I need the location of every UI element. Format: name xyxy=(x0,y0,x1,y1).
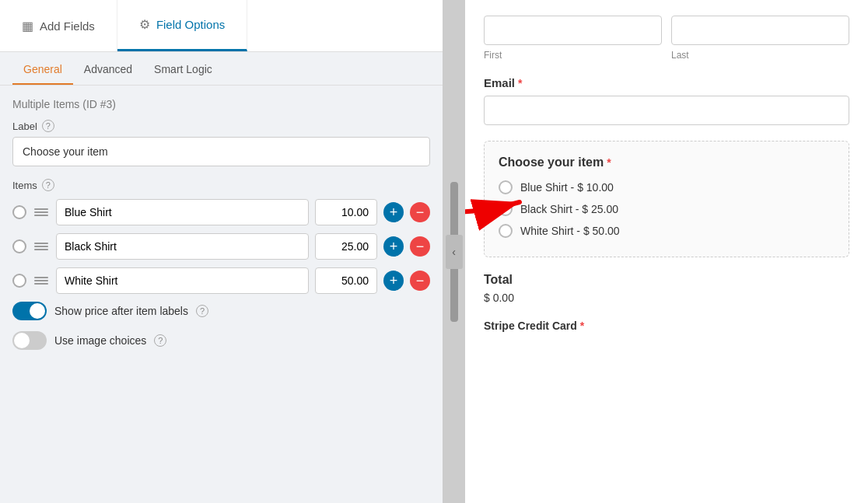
email-section: Email * xyxy=(484,76,849,125)
drag-handle-3[interactable] xyxy=(33,275,50,286)
toggle-price[interactable] xyxy=(12,302,47,320)
item-radio-1[interactable] xyxy=(12,205,26,219)
choose-item-section: Choose your item * Blue Shirt - $ 10.00 … xyxy=(484,141,849,257)
radio-btn-1[interactable] xyxy=(499,180,513,194)
tab-add-fields-label: Add Fields xyxy=(40,19,95,33)
item-name-input-3[interactable] xyxy=(56,267,309,294)
item-add-btn-3[interactable]: + xyxy=(383,271,404,291)
items-section-title: Items ? xyxy=(12,179,430,191)
first-label: First xyxy=(484,50,662,61)
email-required-star: * xyxy=(518,77,522,89)
item-radio-2[interactable] xyxy=(12,239,26,253)
right-panel: First Last Email * Choose your item * Bl… xyxy=(465,0,868,503)
drag-handle-1[interactable] xyxy=(33,207,50,218)
tabs-header: ▦ Add Fields ⚙ Field Options xyxy=(0,0,443,52)
item-add-btn-2[interactable]: + xyxy=(383,236,404,257)
section-title: Multiple Items (ID #3) xyxy=(12,98,430,110)
field-options-icon: ⚙ xyxy=(139,17,150,32)
toggle-price-help-icon[interactable]: ? xyxy=(196,305,208,317)
item-name-input-1[interactable] xyxy=(56,199,309,225)
item-row-1: + − xyxy=(12,199,430,225)
item-remove-btn-2[interactable]: − xyxy=(410,236,430,257)
collapse-button[interactable]: ‹ xyxy=(446,235,463,269)
sub-tab-general[interactable]: General xyxy=(12,55,73,85)
radio-btn-3[interactable] xyxy=(499,224,513,238)
radio-option-1: Blue Shirt - $ 10.00 xyxy=(499,180,835,194)
item-remove-btn-1[interactable]: − xyxy=(410,202,430,222)
label-row: Label ? xyxy=(12,120,430,132)
sub-tab-advanced[interactable]: Advanced xyxy=(73,55,143,85)
radio-option-3-label: White Shirt - $ 50.00 xyxy=(520,225,620,237)
tab-field-options[interactable]: ⚙ Field Options xyxy=(117,0,247,51)
item-price-input-1[interactable] xyxy=(315,199,377,225)
choose-item-required-star: * xyxy=(607,156,611,169)
name-section: First Last xyxy=(484,16,849,61)
stripe-credit-card-label: Stripe Credit Card * xyxy=(484,320,849,332)
toggle-image-help-icon[interactable]: ? xyxy=(154,334,166,347)
last-name-input[interactable] xyxy=(671,16,849,45)
radio-option-2: Black Shirt - $ 25.00 xyxy=(499,202,835,216)
last-label: Last xyxy=(671,50,849,61)
total-label: Total xyxy=(484,273,849,287)
radio-btn-2[interactable] xyxy=(499,202,513,216)
items-help-icon[interactable]: ? xyxy=(42,179,54,191)
total-value: $ 0.00 xyxy=(484,292,849,304)
label-input[interactable] xyxy=(12,137,430,166)
total-section: Total $ 0.00 xyxy=(484,273,849,304)
toggle-image-label: Use image choices xyxy=(54,334,146,347)
item-row-3: + − xyxy=(12,267,430,294)
item-add-btn-1[interactable]: + xyxy=(383,202,404,222)
add-fields-icon: ▦ xyxy=(22,19,33,33)
item-radio-3[interactable] xyxy=(12,274,26,288)
left-panel: ▦ Add Fields ⚙ Field Options General Adv… xyxy=(0,0,443,503)
toggle-price-label: Show price after item labels xyxy=(54,305,188,317)
label-help-icon[interactable]: ? xyxy=(42,120,54,132)
drag-handle-2[interactable] xyxy=(33,241,50,252)
stripe-required-star: * xyxy=(580,320,584,332)
sub-tabs: General Advanced Smart Logic xyxy=(0,55,443,86)
toggle-row-price: Show price after item labels ? xyxy=(12,302,430,320)
separator: ‹ xyxy=(443,0,465,503)
item-price-input-2[interactable] xyxy=(315,233,377,260)
email-input[interactable] xyxy=(484,96,849,125)
panel-content: Multiple Items (ID #3) Label ? Items ? +… xyxy=(0,86,443,503)
item-remove-btn-3[interactable]: − xyxy=(410,271,430,291)
tab-add-fields[interactable]: ▦ Add Fields xyxy=(0,0,117,51)
radio-option-1-label: Blue Shirt - $ 10.00 xyxy=(520,181,614,194)
sub-tab-smart-logic[interactable]: Smart Logic xyxy=(143,55,223,85)
toggle-row-image: Use image choices ? xyxy=(12,331,430,350)
item-row-2: + − xyxy=(12,233,430,260)
radio-option-3: White Shirt - $ 50.00 xyxy=(499,224,835,238)
item-price-input-3[interactable] xyxy=(315,267,377,294)
tab-field-options-label: Field Options xyxy=(156,18,225,31)
first-name-input[interactable] xyxy=(484,16,662,45)
toggle-image[interactable] xyxy=(12,331,47,350)
item-name-input-2[interactable] xyxy=(56,233,309,260)
email-label: Email * xyxy=(484,76,849,89)
radio-option-2-label: Black Shirt - $ 25.00 xyxy=(520,203,618,215)
choose-item-label: Choose your item * xyxy=(499,155,835,169)
